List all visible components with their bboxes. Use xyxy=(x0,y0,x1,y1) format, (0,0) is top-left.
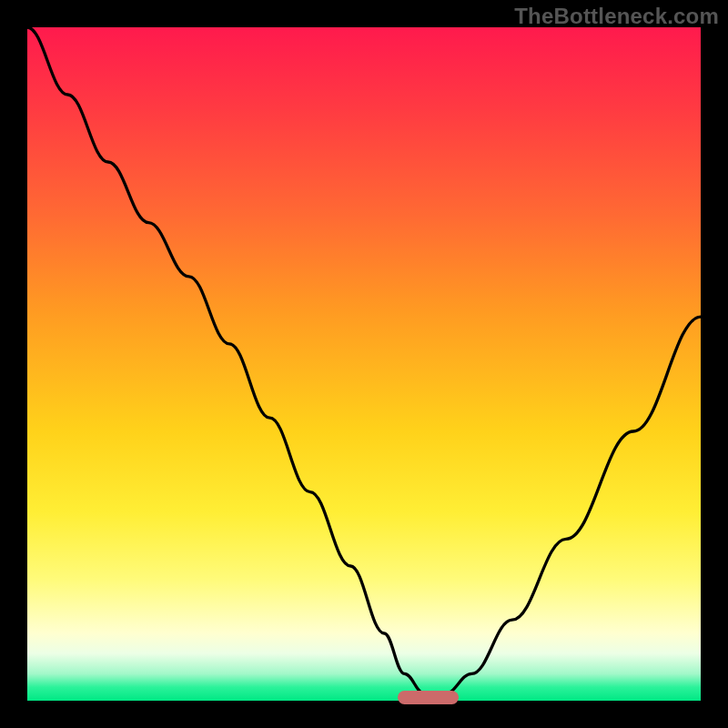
plot-area xyxy=(27,27,701,701)
curve-path xyxy=(27,27,701,694)
bottleneck-curve xyxy=(27,27,701,701)
optimal-marker xyxy=(398,691,459,704)
watermark-text: TheBottleneck.com xyxy=(514,4,719,29)
chart-frame: TheBottleneck.com xyxy=(0,0,728,728)
